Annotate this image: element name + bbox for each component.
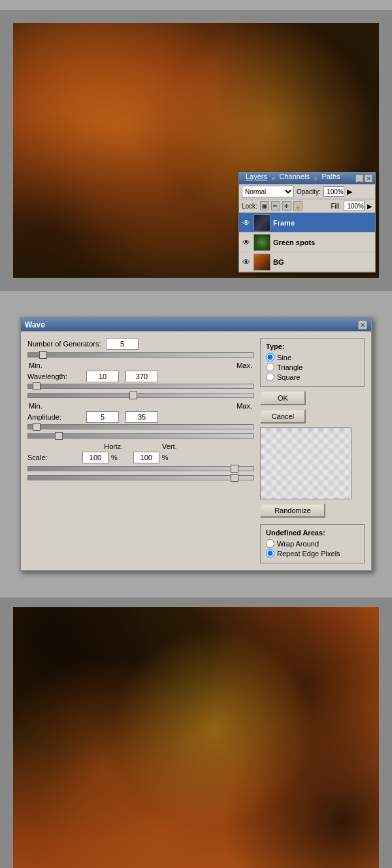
lock-icons: ▦ ✏ ✛ 🔒 — [260, 201, 302, 210]
wave-close-button[interactable]: ✕ — [358, 320, 367, 329]
lock-transparency-icon[interactable]: ▦ — [260, 201, 269, 210]
amplitude-max-label: Max. — [237, 402, 252, 410]
lock-row: Lock: ▦ ✏ ✛ 🔒 Fill: ▶ — [239, 199, 375, 213]
scale-slider-horiz-row — [27, 466, 253, 471]
wrap-around-radio[interactable] — [266, 539, 274, 548]
blend-mode-select[interactable]: Normal — [242, 186, 294, 197]
amplitude-slider-max-thumb[interactable] — [55, 432, 63, 440]
randomize-button[interactable]: Randomize — [260, 503, 325, 518]
amplitude-max-input[interactable] — [125, 411, 158, 423]
scale-slider-vert-thumb[interactable] — [231, 474, 238, 482]
lock-paint-icon[interactable]: ✏ — [271, 201, 280, 210]
amplitude-slider-max-row — [27, 433, 253, 439]
wave-dialog-wrapper: Wave ✕ Number of Generators: — [0, 304, 392, 584]
wavelength-slider-min-thumb[interactable] — [33, 382, 41, 390]
lock-all-icon[interactable]: 🔒 — [293, 201, 302, 210]
type-square-label: Square — [277, 373, 300, 381]
wavelength-row: Wavelength: — [27, 371, 253, 382]
undefined-group: Undefined Areas: Wrap Around Repeat Edge… — [260, 524, 365, 563]
layer-name-frame: Frame — [273, 219, 295, 227]
canvas-image-bottom — [13, 607, 379, 868]
scale-row: Scale: % % — [27, 452, 253, 463]
scale-horiz-input[interactable] — [82, 452, 108, 463]
layer-row-frame[interactable]: 👁 Frame — [239, 213, 375, 233]
repeat-edge-label: Repeat Edge Pixels — [277, 550, 340, 558]
fill-arrow[interactable]: ▶ — [367, 203, 372, 210]
layer-row-bg[interactable]: 👁 BG — [239, 252, 375, 272]
amplitude-slider-max-track — [27, 433, 253, 439]
type-label: Type: — [266, 342, 359, 350]
amplitude-label: Amplitude: — [27, 413, 80, 421]
fill-input[interactable] — [344, 201, 365, 211]
layers-panel: Layers × Channels × Paths _ ✕ Normal Opa… — [238, 172, 376, 273]
layer-name-bg: BG — [273, 258, 284, 266]
scale-horiz-unit: % — [111, 454, 118, 461]
scale-label: Scale: — [27, 454, 80, 461]
type-triangle-label: Triangle — [277, 363, 302, 371]
opacity-input[interactable] — [323, 186, 344, 197]
undefined-label: Undefined Areas: — [266, 529, 359, 537]
amplitude-slider-min-row — [27, 424, 253, 429]
eye-icon-bg[interactable]: 👁 — [240, 256, 252, 268]
tab-channels[interactable]: Channels — [275, 173, 313, 184]
num-generators-row: Number of Generators: — [27, 338, 253, 350]
generators-slider-track — [27, 352, 253, 358]
scale-vert-input[interactable] — [133, 452, 159, 463]
canvas-texture-bottom — [13, 607, 379, 868]
wrap-around-row: Wrap Around — [266, 539, 359, 548]
tab-layers[interactable]: Layers — [242, 173, 271, 184]
type-triangle-radio[interactable] — [266, 363, 274, 371]
wave-dialog-body: Number of Generators: Min. Max. Waveleng — [21, 331, 371, 570]
eye-icon-greenspots[interactable]: 👁 — [240, 237, 252, 248]
wavelength-min-label: Min. — [29, 361, 42, 369]
wavelength-minmax-labels: Min. Max. — [27, 361, 253, 369]
repeat-edge-radio[interactable] — [266, 549, 274, 558]
scale-slider-horiz-track — [27, 466, 253, 471]
scale-slider-horiz-thumb[interactable] — [231, 465, 238, 473]
wavelength-label: Wavelength: — [27, 373, 80, 380]
minimize-button[interactable]: _ — [355, 175, 363, 182]
amplitude-min-input[interactable] — [86, 411, 119, 423]
close-button[interactable]: ✕ — [365, 175, 372, 182]
wave-dialog-title: Wave — [25, 320, 45, 329]
ok-button[interactable]: OK — [260, 391, 306, 405]
layer-thumb-bg — [253, 254, 270, 271]
preview-overlay — [261, 428, 351, 499]
wavelength-slider-max-thumb[interactable] — [129, 392, 137, 399]
type-triangle-row: Triangle — [266, 363, 359, 371]
scale-slider-vert-row — [27, 475, 253, 480]
type-square-radio[interactable] — [266, 373, 274, 381]
amplitude-slider-min-track — [27, 424, 253, 429]
vert-label: Vert. — [162, 442, 177, 450]
generators-slider-thumb[interactable] — [39, 351, 47, 359]
layer-thumb-frame — [253, 214, 270, 231]
generators-slider-row — [27, 352, 253, 358]
eye-icon-frame[interactable]: 👁 — [240, 217, 252, 229]
bottom-canvas-area — [0, 597, 392, 868]
opacity-arrow[interactable]: ▶ — [347, 188, 352, 196]
amplitude-minmax-labels: Min. Max. — [27, 402, 253, 410]
wave-dialog-titlebar: Wave ✕ — [21, 318, 371, 331]
wrap-around-label: Wrap Around — [277, 540, 319, 548]
lock-label: Lock: — [242, 203, 257, 210]
layers-titlebar: Layers × Channels × Paths _ ✕ — [239, 173, 375, 184]
scale-vert-unit: % — [162, 454, 169, 461]
num-generators-input[interactable] — [106, 338, 139, 350]
wavelength-slider-min-track — [27, 384, 253, 389]
cancel-button[interactable]: Cancel — [260, 409, 306, 424]
titlebar-controls: _ ✕ — [355, 175, 372, 182]
amplitude-slider-min-thumb[interactable] — [33, 423, 41, 431]
layer-thumb-greenspots — [253, 234, 270, 251]
wavelength-max-input[interactable] — [125, 371, 158, 382]
type-group: Type: Sine Triangle Square — [260, 338, 365, 387]
wavelength-min-input[interactable] — [86, 371, 119, 382]
tabs-row: Layers × Channels × Paths — [242, 173, 344, 184]
top-canvas-area: Layers × Channels × Paths _ ✕ Normal Opa… — [0, 10, 392, 291]
type-sine-row: Sine — [266, 353, 359, 361]
wavelength-max-label: Max. — [237, 361, 252, 369]
tab-paths[interactable]: Paths — [318, 173, 344, 184]
layer-row-greenspots[interactable]: 👁 Green spots — [239, 233, 375, 252]
lock-move-icon[interactable]: ✛ — [282, 201, 291, 210]
type-sine-radio[interactable] — [266, 353, 274, 361]
wavelength-slider-min-row — [27, 384, 253, 389]
